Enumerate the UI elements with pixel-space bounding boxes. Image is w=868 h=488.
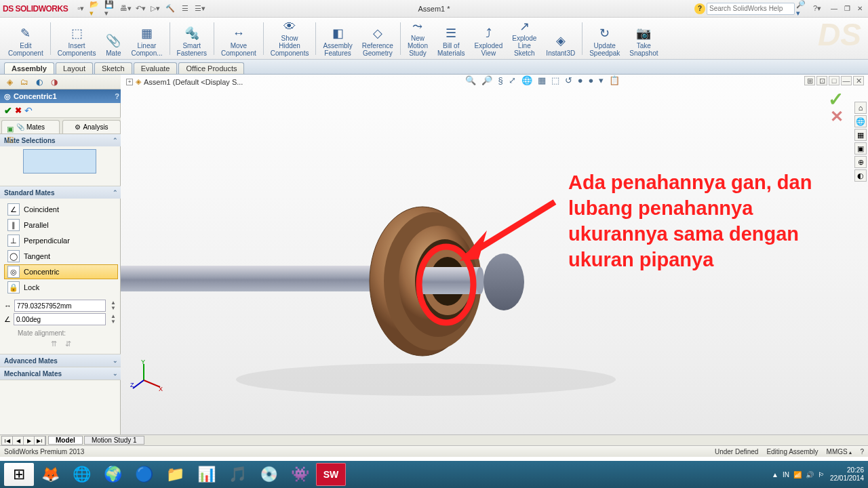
mate-selections-header[interactable]: Mate Selections⌃ — [0, 134, 122, 146]
tray-icon[interactable]: 🔊 — [806, 471, 814, 479]
mate-lock[interactable]: 🔒Lock — [4, 280, 118, 295]
ribbon-edit[interactable]: ✎EditComponent — [4, 19, 47, 57]
taskpane-tab-icon[interactable]: ⌂ — [854, 102, 867, 114]
taskbar-app-6[interactable]: 📊 — [191, 463, 221, 486]
sheet-nav-button[interactable]: I◀ — [2, 436, 13, 445]
taskbar-app-4[interactable]: 🔵 — [129, 463, 159, 486]
advanced-mates-header[interactable]: Advanced Mates⌄ — [0, 354, 122, 367]
minimize-button[interactable]: — — [829, 4, 840, 14]
distance-input[interactable] — [14, 300, 106, 312]
sheet-nav-button[interactable]: ◀ — [13, 436, 24, 445]
ribbon-smart[interactable]: 🔩SmartFasteners — [173, 19, 211, 57]
flyout-tree[interactable]: + ◈ Assem1 (Default <Display S... — [126, 77, 243, 86]
tab-evaluate[interactable]: Evaluate — [134, 62, 178, 74]
display-mgr-icon[interactable]: ◑ — [47, 76, 61, 88]
taskbar-app-10[interactable]: SW — [316, 463, 346, 486]
align-anti-icon[interactable]: ⇵ — [65, 340, 71, 348]
qat-undo-icon[interactable]: ↶▾ — [134, 3, 146, 15]
confirm-corner-cancel[interactable]: ✕ — [830, 107, 844, 126]
view-tool-icon[interactable]: ● — [576, 75, 585, 85]
search-input[interactable] — [707, 3, 795, 15]
taskpane-tab-icon[interactable]: ▣ — [854, 142, 867, 155]
graphics-viewport[interactable]: + ◈ Assem1 (Default <Display S... 🔍🔎§⤢🌐▦… — [121, 75, 868, 445]
selection-entity-icon[interactable]: ◫ — [7, 135, 14, 144]
selection-face-icon[interactable]: ▣ — [7, 125, 14, 134]
sheet-nav-button[interactable]: ▶ — [24, 436, 35, 445]
taskbar-app-1[interactable]: 🦊 — [35, 463, 65, 486]
qat-options-icon[interactable]: ☰ — [179, 3, 191, 15]
taskbar-app-2[interactable]: 🌐 — [66, 463, 96, 486]
mate-parallel[interactable]: ∥Parallel — [4, 218, 118, 232]
ribbon-instantd[interactable]: ◈Instant3D — [542, 19, 579, 57]
taskbar-app-3[interactable]: 🌍 — [98, 463, 127, 486]
view-tool-icon[interactable]: ▾ — [597, 75, 606, 85]
qat-more-icon[interactable]: ☰▾ — [194, 3, 206, 15]
taskbar-app-7[interactable]: 🎵 — [222, 463, 252, 486]
tab-assembly[interactable]: Assembly — [4, 62, 54, 74]
undo-button[interactable]: ↶ — [24, 105, 33, 116]
taskpane-tab-icon[interactable]: 🌐 — [854, 115, 867, 127]
config-tree-icon[interactable]: 🗂 — [18, 76, 31, 88]
status-units[interactable]: MMGS ▴ — [827, 448, 852, 455]
tab-layout[interactable]: Layout — [56, 62, 93, 74]
ribbon-reference[interactable]: ◇ReferenceGeometry — [358, 19, 397, 57]
view-tool-icon[interactable]: § — [496, 75, 505, 85]
view-tool-icon[interactable]: 🔍 — [463, 75, 478, 85]
mate-concentric[interactable]: ◎Concentric — [4, 264, 118, 279]
propmgr-help-icon[interactable]: ? — [115, 92, 119, 100]
view-tool-icon[interactable]: 🔎 — [479, 75, 494, 85]
tab-model[interactable]: Model — [48, 436, 83, 445]
tab-sketch[interactable]: Sketch — [94, 62, 132, 74]
view-tool-icon[interactable]: ⤢ — [507, 75, 518, 85]
taskbar-app-8[interactable]: 💿 — [254, 463, 283, 486]
view-tool-icon[interactable]: ▦ — [536, 75, 548, 85]
ribbon-show[interactable]: 👁ShowHiddenComponents — [267, 19, 313, 57]
taskbar-app-9[interactable]: 👾 — [285, 463, 315, 486]
expand-icon[interactable]: + — [126, 79, 133, 85]
ribbon-update[interactable]: ↻UpdateSpeedpak — [585, 19, 624, 57]
tab-office-products[interactable]: Office Products — [178, 62, 244, 74]
mate-coincident[interactable]: ∠Coincident — [4, 202, 118, 217]
view-tool-icon[interactable]: 🌐 — [519, 75, 534, 85]
tray-icon[interactable]: ▲ — [772, 471, 778, 479]
qat-rebuild-icon[interactable]: 🔨 — [164, 3, 176, 15]
mate-tangent[interactable]: ◯Tangent — [4, 249, 118, 264]
ribbon-billof[interactable]: ☰Bill ofMaterials — [433, 19, 469, 57]
ribbon-insert[interactable]: ⬚InsertComponents — [54, 19, 100, 57]
mate-perpendicular[interactable]: ⊥Perpendicular — [4, 233, 118, 248]
angle-input[interactable] — [14, 313, 106, 325]
property-mgr-icon[interactable]: ◐ — [33, 76, 46, 88]
taskpane-tab-icon[interactable]: ◐ — [854, 169, 867, 182]
close-button[interactable]: ✕ — [854, 4, 865, 14]
sheet-nav-button[interactable]: ▶I — [35, 436, 45, 445]
ribbon-mate[interactable]: 📎Mate — [101, 19, 125, 57]
view-tool-icon[interactable]: ● — [587, 75, 596, 85]
qat-open-icon[interactable]: 📂▾ — [90, 3, 102, 15]
mechanical-mates-header[interactable]: Mechanical Mates⌄ — [0, 367, 122, 380]
ribbon-linear[interactable]: ▦LinearCompon... — [127, 19, 166, 57]
taskpane-tab-icon[interactable]: ⊕ — [854, 156, 867, 168]
ribbon-take[interactable]: 📷TakeSnapshot — [625, 19, 662, 57]
standard-mates-header[interactable]: Standard Mates⌃ — [0, 186, 122, 199]
restore-button[interactable]: ❐ — [842, 4, 852, 14]
ribbon-assembly[interactable]: ◧AssemblyFeatures — [319, 19, 356, 57]
viewport-corner-button[interactable]: — — [841, 76, 852, 85]
taskbar-app-0[interactable]: ⊞ — [4, 463, 34, 486]
taskpane-tab-icon[interactable]: ▦ — [854, 129, 867, 141]
view-tool-icon[interactable]: 📋 — [607, 75, 622, 85]
ribbon-explode[interactable]: ↗ExplodeLineSketch — [508, 19, 540, 57]
tray-icon[interactable]: 📶 — [793, 471, 802, 479]
feature-tree-icon[interactable]: ◈ — [3, 76, 16, 88]
tab-motion-study[interactable]: Motion Study 1 — [84, 436, 144, 445]
help-dropdown-icon[interactable]: ?▾ — [811, 3, 823, 15]
qat-select-icon[interactable]: ▷▾ — [149, 3, 161, 15]
ribbon-exploded[interactable]: ⤴ExplodedView — [471, 19, 507, 57]
mate-selection-list[interactable] — [23, 149, 96, 174]
viewport-corner-button[interactable]: □ — [829, 76, 840, 85]
ribbon-new[interactable]: ⤳NewMotionStudy — [403, 19, 432, 57]
search-go-icon[interactable]: 🔎▾ — [796, 3, 808, 15]
view-tool-icon[interactable]: ↺ — [563, 75, 574, 85]
tray-icon[interactable]: 🏳 — [818, 471, 825, 479]
viewport-corner-button[interactable]: ✕ — [853, 76, 864, 85]
align-same-icon[interactable]: ⇈ — [51, 340, 57, 348]
